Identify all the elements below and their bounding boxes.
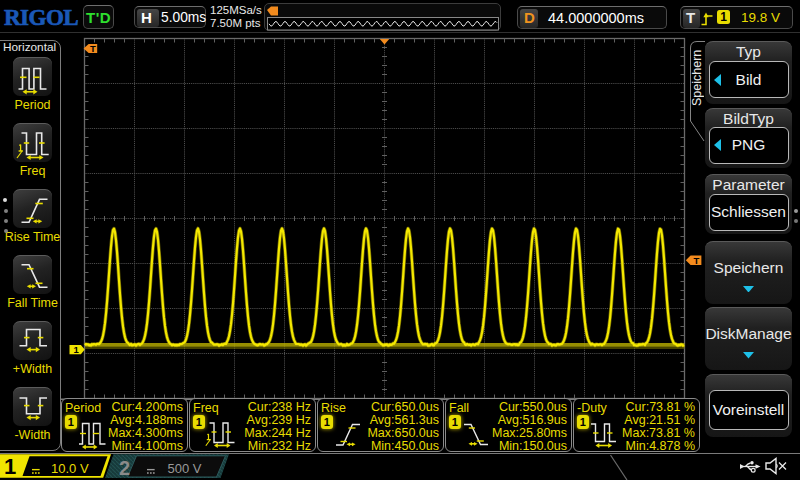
svg-text:1: 1 xyxy=(74,344,80,355)
svg-text:T: T xyxy=(90,43,96,54)
svg-text:T: T xyxy=(693,255,699,266)
